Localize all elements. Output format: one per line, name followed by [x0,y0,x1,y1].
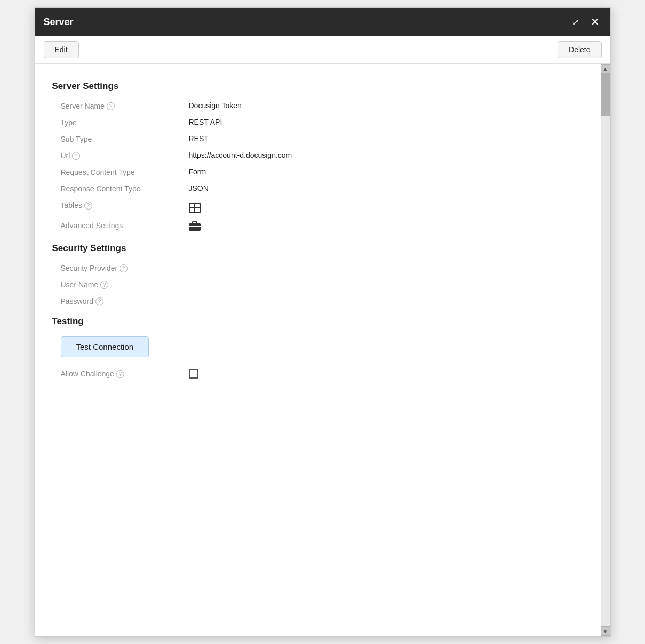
field-row-url: Url ? https://account-d.docusign.com [52,151,584,160]
window-title: Server [44,17,74,28]
test-connection-button[interactable]: Test Connection [61,336,149,357]
field-row-security-provider: Security Provider ? [52,263,584,272]
field-row-server-name: Server Name ? Docusign Token [52,101,584,110]
field-value-sub-type: REST [189,134,584,143]
field-row-sub-type: Sub Type REST [52,134,584,143]
help-icon-tables[interactable]: ? [84,202,92,210]
field-row-type: Type REST API [52,118,584,127]
delete-button[interactable]: Delete [558,41,601,58]
title-bar-controls: ⤢ ✕ [570,14,602,29]
briefcase-body [189,223,201,231]
toolbar: Edit Delete [35,36,610,64]
help-icon-allow-challenge[interactable]: ? [116,370,124,378]
field-label-password: Password ? [61,296,189,305]
field-row-user-name: User Name ? [52,280,584,289]
field-value-url: https://account-d.docusign.com [189,151,584,159]
scrollbar-thumb[interactable] [601,74,610,116]
table-cell-3 [190,208,194,212]
tables-icon[interactable] [189,203,201,213]
allow-challenge-checkbox[interactable] [189,369,198,379]
field-label-type: Type [61,118,189,127]
title-bar: Server ⤢ ✕ [35,8,610,36]
field-value-response-content-type: JSON [189,184,584,192]
server-settings-section: Server Settings Server Name ? Docusign T… [52,81,584,232]
scroll-up-icon: ▲ [603,66,608,72]
testing-title: Testing [52,316,584,327]
field-value-advanced-settings[interactable] [189,221,584,232]
table-cell-1 [190,204,194,207]
close-icon: ✕ [591,15,600,28]
help-icon-url[interactable]: ? [72,152,80,160]
table-cell-4 [195,208,200,212]
help-icon-password[interactable]: ? [95,297,103,305]
field-label-request-content-type: Request Content Type [61,167,189,176]
field-value-allow-challenge [189,369,584,380]
field-label-allow-challenge: Allow Challenge ? [61,369,189,378]
testing-content: Test Connection Allow Challenge ? [52,336,584,380]
field-row-request-content-type: Request Content Type Form [52,167,584,176]
server-settings-title: Server Settings [52,81,584,92]
help-icon-user-name[interactable]: ? [100,281,108,289]
field-label-user-name: User Name ? [61,280,189,289]
security-settings-section: Security Settings Security Provider ? Us… [52,243,584,305]
field-label-tables: Tables ? [61,200,189,210]
testing-section: Testing Test Connection Allow Challenge … [52,316,584,380]
field-row-tables: Tables ? [52,200,584,213]
field-row-advanced-settings: Advanced Settings [52,221,584,232]
field-label-security-provider: Security Provider ? [61,263,189,272]
close-button[interactable]: ✕ [588,14,602,29]
field-label-advanced-settings: Advanced Settings [61,221,189,230]
expand-icon: ⤢ [572,17,579,27]
content-area: Server Settings Server Name ? Docusign T… [35,64,610,636]
field-label-server-name: Server Name ? [61,101,189,110]
field-label-sub-type: Sub Type [61,134,189,143]
scrollbar: ▲ ▼ [601,64,610,636]
field-value-tables[interactable] [189,200,584,213]
field-label-url: Url ? [61,151,189,160]
expand-button[interactable]: ⤢ [570,16,581,28]
scroll-down-icon: ▼ [603,629,608,634]
field-value-type: REST API [189,118,584,126]
scroll-down-button[interactable]: ▼ [601,626,610,636]
security-settings-title: Security Settings [52,243,584,254]
field-row-password: Password ? [52,296,584,305]
field-row-response-content-type: Response Content Type JSON [52,184,584,193]
scrollbar-track[interactable] [601,74,610,626]
server-window: Server ⤢ ✕ Edit Delete Server Settings S… [35,7,611,637]
field-value-server-name: Docusign Token [189,101,584,110]
scroll-content: Server Settings Server Name ? Docusign T… [35,64,601,636]
table-cell-2 [195,204,200,207]
briefcase-icon[interactable] [189,221,201,231]
field-row-allow-challenge: Allow Challenge ? [61,369,584,380]
scroll-up-button[interactable]: ▲ [601,64,610,74]
field-label-response-content-type: Response Content Type [61,184,189,193]
edit-button[interactable]: Edit [44,41,79,58]
briefcase-divider [189,226,201,227]
help-icon-security-provider[interactable]: ? [120,264,128,272]
help-icon-server-name[interactable]: ? [107,102,115,110]
field-value-request-content-type: Form [189,167,584,176]
